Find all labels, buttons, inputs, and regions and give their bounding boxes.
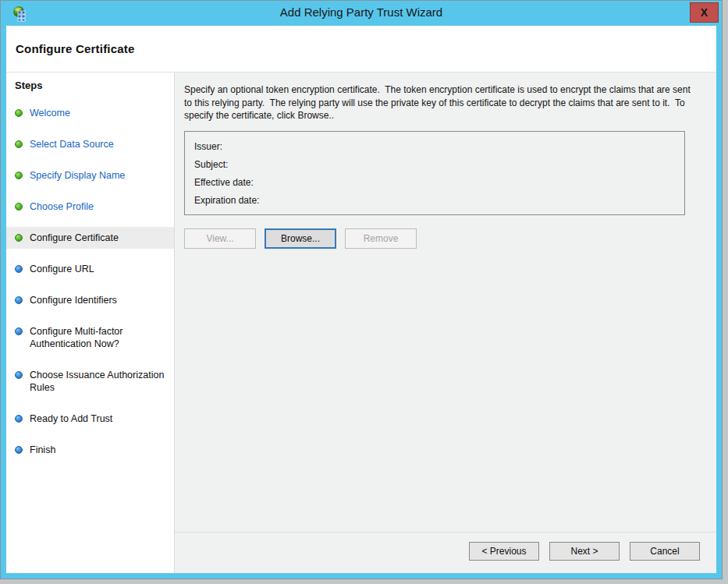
sidebar-item-welcome[interactable]: Welcome <box>6 102 174 124</box>
sidebar-item-choose-issuance-rules: Choose Issuance Authorization Rules <box>6 364 174 398</box>
close-icon: X <box>701 6 708 19</box>
window-title: Add Relying Party Trust Wizard <box>1 5 722 19</box>
step-complete-dot <box>15 109 23 117</box>
field-label: Issuer: <box>194 138 222 156</box>
step-label: Finish <box>30 444 55 456</box>
next-button[interactable]: Next > <box>549 542 620 561</box>
wizard-window: Add Relying Party Trust Wizard X Configu… <box>0 0 723 579</box>
step-label: Configure Certificate <box>30 232 119 244</box>
wizard-footer: < Previous Next > Cancel <box>175 532 716 573</box>
titlebar: Add Relying Party Trust Wizard X <box>1 1 722 26</box>
page-title: Configure Certificate <box>16 42 135 55</box>
step-complete-dot <box>15 203 23 211</box>
step-label: Choose Profile <box>30 200 94 213</box>
field-label: Effective date: <box>194 174 254 192</box>
step-label: Configure Identifiers <box>30 294 117 306</box>
sidebar-item-choose-profile[interactable]: Choose Profile <box>6 196 174 218</box>
step-label: Configure URL <box>30 263 94 275</box>
remove-button: Remove <box>345 228 417 249</box>
cancel-button[interactable]: Cancel <box>630 542 700 561</box>
main-panel: Specify an optional token encryption cer… <box>175 73 716 573</box>
sidebar-item-finish: Finish <box>6 439 174 461</box>
step-label: Welcome <box>30 107 70 119</box>
page-description: Specify an optional token encryption cer… <box>184 83 701 122</box>
certificate-field-issuer: Issuer: <box>194 138 684 156</box>
field-label: Subject: <box>194 156 228 174</box>
step-pending-dot <box>15 446 23 454</box>
steps-sidebar: Steps Welcome Select Data Source Specify… <box>6 73 175 573</box>
certificate-field-subject: Subject: <box>194 156 684 174</box>
sidebar-item-configure-certificate: Configure Certificate <box>6 227 174 249</box>
sidebar-item-configure-mfa: Configure Multi-factor Authentication No… <box>6 320 174 355</box>
step-pending-dot <box>15 371 23 379</box>
step-pending-dot <box>15 415 23 423</box>
view-button: View... <box>184 228 256 249</box>
step-label: Ready to Add Trust <box>30 412 112 425</box>
sidebar-item-specify-display-name[interactable]: Specify Display Name <box>6 165 174 186</box>
step-label: Select Data Source <box>30 138 114 150</box>
step-label: Configure Multi-factor Authentication No… <box>30 325 169 350</box>
content-area: Specify an optional token encryption cer… <box>175 73 716 532</box>
certificate-actions: View... Browse... Remove <box>184 228 694 249</box>
step-pending-dot <box>15 296 23 304</box>
sidebar-item-select-data-source[interactable]: Select Data Source <box>6 133 174 155</box>
sidebar-item-configure-url: Configure URL <box>6 258 174 280</box>
step-label: Choose Issuance Authorization Rules <box>30 369 169 394</box>
step-complete-dot <box>15 172 23 179</box>
step-complete-dot <box>15 140 23 148</box>
step-current-dot <box>15 234 23 242</box>
sidebar-item-configure-identifiers: Configure Identifiers <box>6 289 174 311</box>
certificate-field-effective-date: Effective date: <box>194 174 684 192</box>
certificate-field-expiration-date: Expiration date: <box>194 192 684 210</box>
steps-heading: Steps <box>6 80 174 102</box>
step-label: Specify Display Name <box>30 169 125 182</box>
previous-button[interactable]: < Previous <box>469 542 539 561</box>
certificate-details-box: Issuer: Subject: Effective date: Ex <box>184 131 685 215</box>
sidebar-item-ready-to-add-trust: Ready to Add Trust <box>6 408 174 430</box>
window-body: Configure Certificate Steps Welcome Sele… <box>6 26 716 573</box>
field-label: Expiration date: <box>194 192 259 210</box>
step-pending-dot <box>15 327 23 335</box>
close-button[interactable]: X <box>690 2 719 23</box>
step-pending-dot <box>15 265 23 273</box>
browse-button[interactable]: Browse... <box>265 228 336 249</box>
page-header: Configure Certificate <box>6 26 716 73</box>
